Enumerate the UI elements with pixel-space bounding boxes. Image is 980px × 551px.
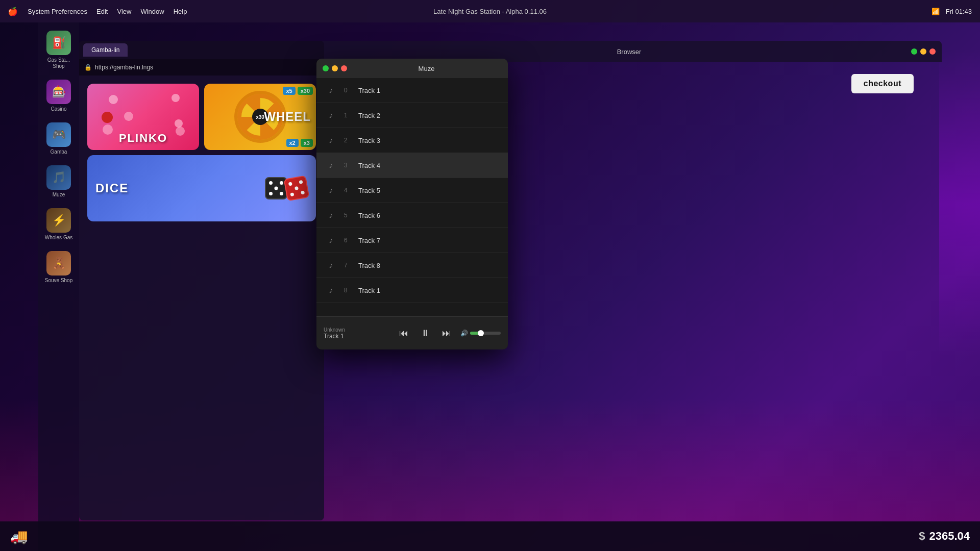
- sidebar-label-muze: Muze: [53, 192, 65, 198]
- mult-badge-x2: x2: [286, 139, 299, 147]
- sidebar-label-gas-station: Gas Sta... Shop: [42, 57, 75, 69]
- main-browser-window: Gamba-lin 🔒 https://gamba-lin.lngs: [79, 41, 324, 520]
- track-number-6: 6: [344, 237, 352, 244]
- track-number-0: 0: [344, 87, 352, 94]
- track-name-0: Track 1: [358, 87, 501, 94]
- track-music-icon-4: ♪: [324, 183, 338, 197]
- track-item-5[interactable]: ♪ 5 Track 6: [316, 203, 508, 228]
- track-number-4: 4: [344, 187, 352, 194]
- wheel-title: WHEEL: [264, 110, 311, 124]
- browser-wc-red[interactable]: [929, 48, 936, 55]
- app-title: Late Night Gas Station - Alpha 0.11.06: [433, 8, 547, 15]
- volume-icon: 🔊: [460, 330, 468, 337]
- track-item-2[interactable]: ♪ 2 Track 3: [316, 128, 508, 153]
- track-name-1: Track 2: [358, 112, 501, 119]
- muze-wc-green[interactable]: [323, 65, 329, 71]
- track-name-2: Track 3: [358, 137, 501, 144]
- track-music-icon-1: ♪: [324, 108, 338, 122]
- track-name-8: Track 1: [358, 287, 501, 294]
- dot-r5: [301, 190, 305, 194]
- dot-r1: [288, 182, 292, 186]
- dot-3: [275, 187, 278, 190]
- next-button[interactable]: ⏭: [440, 326, 453, 341]
- muze-titlebar: Muze: [316, 59, 508, 78]
- player-controls: ⏮ ⏸ ⏭: [397, 326, 453, 341]
- game-card-wheel[interactable]: x5 x30 x2 x3 x30 WHEEL: [204, 84, 316, 150]
- muze-wc-red[interactable]: [341, 65, 347, 71]
- tab-gamba-lin[interactable]: Gamba-lin: [83, 43, 128, 57]
- plinko-ball-1: [109, 95, 118, 104]
- checkout-button[interactable]: checkout: [851, 74, 914, 93]
- volume-thumb[interactable]: [478, 330, 484, 336]
- sidebar-item-casino[interactable]: 🎰 Casino: [40, 77, 77, 115]
- game-card-dice[interactable]: DICE: [87, 155, 316, 221]
- bottom-bar: 🚚 $ 2365.04: [0, 521, 980, 551]
- volume-bar[interactable]: [470, 332, 501, 335]
- track-music-icon-3: ♪: [324, 158, 338, 172]
- sidebar-item-souve[interactable]: 🧸 Souve Shop: [40, 248, 77, 287]
- menu-view[interactable]: View: [117, 8, 131, 15]
- wheel-multipliers: x5 x30: [283, 87, 313, 95]
- gamba-icon: 🎮: [46, 122, 71, 147]
- address-bar[interactable]: 🔒 https://gamba-lin.lngs: [79, 59, 324, 76]
- mult-badge-x5: x5: [283, 87, 295, 95]
- track-item-3[interactable]: ♪ 3 Track 4: [316, 153, 508, 178]
- wheel-bottom-multipliers: x2 x3: [286, 139, 313, 147]
- track-music-icon-5: ♪: [324, 208, 338, 222]
- muze-window: Muze ♪ 0 Track 1 ♪ 1 Track 2 ♪ 2 Track 3…: [316, 59, 508, 349]
- plinko-ball-2: [172, 94, 180, 102]
- browser-wc-green[interactable]: [911, 48, 917, 55]
- menu-help[interactable]: Help: [174, 8, 187, 15]
- muze-wc-yellow[interactable]: [332, 65, 338, 71]
- menu-system-prefs[interactable]: System Preferences: [28, 8, 87, 15]
- dice-red: [284, 176, 310, 202]
- player-track: Track 1: [324, 333, 390, 340]
- mult-badge-x30: x30: [298, 87, 313, 95]
- track-item-8[interactable]: ♪ 8 Track 1: [316, 278, 508, 303]
- dot-2: [280, 181, 283, 185]
- track-item-1[interactable]: ♪ 1 Track 2: [316, 103, 508, 128]
- plinko-ball-4: [124, 112, 133, 121]
- apple-icon[interactable]: 🍎: [8, 7, 17, 16]
- delivery-icon: 🚚: [10, 528, 28, 545]
- balance-amount: 2365.04: [929, 530, 970, 543]
- muze-window-controls: [323, 65, 347, 71]
- muze-track-list: ♪ 0 Track 1 ♪ 1 Track 2 ♪ 2 Track 3 ♪ 3 …: [316, 78, 508, 316]
- game-card-plinko[interactable]: PLINKO: [87, 84, 199, 150]
- track-item-6[interactable]: ♪ 6 Track 7: [316, 228, 508, 253]
- track-name-4: Track 5: [358, 187, 501, 194]
- currency-sign: $: [919, 530, 925, 543]
- track-music-icon-2: ♪: [324, 133, 338, 147]
- muze-title: Muze: [351, 65, 502, 72]
- track-item-7[interactable]: ♪ 7 Track 8: [316, 253, 508, 278]
- browser-panel-controls: [911, 48, 936, 55]
- sidebar-item-gamba[interactable]: 🎮 Gamba: [40, 119, 77, 158]
- track-item-0[interactable]: ♪ 0 Track 1: [316, 78, 508, 103]
- dice-visual: [265, 177, 308, 199]
- pause-button[interactable]: ⏸: [419, 326, 432, 341]
- sidebar-item-muze[interactable]: 🎵 Muze: [40, 162, 77, 201]
- menu-edit[interactable]: Edit: [96, 8, 108, 15]
- souve-icon: 🧸: [46, 251, 71, 276]
- sidebar-label-gamba: Gamba: [51, 149, 67, 155]
- volume-area[interactable]: 🔊: [460, 330, 501, 337]
- dot-r3: [295, 186, 299, 190]
- track-number-7: 7: [344, 262, 352, 269]
- track-music-icon-8: ♪: [324, 283, 338, 297]
- dot-5: [280, 192, 283, 195]
- browser-wc-yellow[interactable]: [920, 48, 926, 55]
- sidebar-item-wholes-gas[interactable]: ⚡ Wholes Gas: [40, 205, 77, 244]
- track-item-4[interactable]: ♪ 4 Track 5: [316, 178, 508, 203]
- prev-button[interactable]: ⏮: [397, 326, 410, 341]
- muze-icon: 🎵: [46, 165, 71, 190]
- lock-icon: 🔒: [84, 64, 92, 71]
- plinko-ball-6: [103, 124, 113, 135]
- menu-window[interactable]: Window: [140, 8, 164, 15]
- player-info: Unknown Track 1: [324, 327, 390, 340]
- sidebar: ⛽ Gas Sta... Shop 🎰 Casino 🎮 Gamba 🎵 Muz…: [38, 22, 79, 551]
- games-content: PLINKO x5 x30 x2 x3 x30 WHEEL DICE: [79, 76, 324, 230]
- menubar: 🍎 System Preferences Edit View Window He…: [0, 0, 980, 22]
- plinko-title: PLINKO: [119, 132, 167, 145]
- sidebar-item-gas-station[interactable]: ⛽ Gas Sta... Shop: [40, 28, 77, 72]
- money-display: $ 2365.04: [919, 530, 970, 543]
